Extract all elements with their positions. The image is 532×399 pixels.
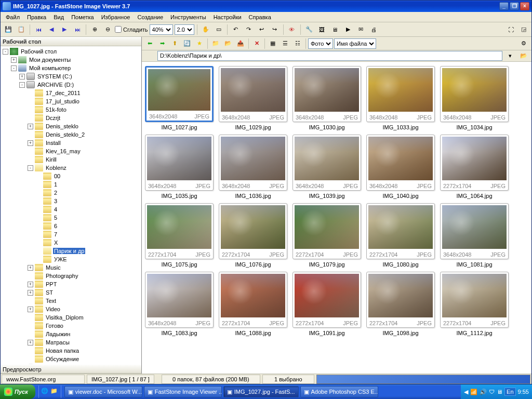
refresh-icon[interactable]: 🔄 xyxy=(181,38,193,49)
expand-icon[interactable]: - xyxy=(3,49,8,55)
back-icon[interactable]: ⬅ xyxy=(144,38,155,49)
tree-node[interactable]: 4 xyxy=(1,205,141,214)
zoom-in-icon[interactable]: ⊕ xyxy=(89,24,100,35)
thumbnail[interactable]: 3648x2048JPEGIMG_1040.jpg xyxy=(365,135,436,199)
zoom-out-icon[interactable]: ⊖ xyxy=(102,24,113,35)
delete-icon[interactable]: ✕ xyxy=(251,38,262,49)
network-icon[interactable]: 📶 xyxy=(470,389,477,395)
rotate-right-icon[interactable]: ↷ xyxy=(243,24,255,35)
expand-icon[interactable]: - xyxy=(19,82,25,88)
tree-node[interactable]: -Рабочий стол xyxy=(1,47,141,56)
category-select[interactable]: Фото xyxy=(308,38,333,49)
tree-node[interactable]: 3 xyxy=(1,197,141,205)
tray-icon[interactable]: ◀ xyxy=(464,389,468,395)
export-icon[interactable]: 📤 xyxy=(235,38,246,49)
thumbnail[interactable]: 3648x2048JPEGIMG_1033.jpg xyxy=(365,66,436,130)
taskbar-item[interactable]: ▣viewer.doc - Microsoft W... xyxy=(64,386,142,397)
thumbnail[interactable]: 3648x2048JPEGIMG_1081.jpg xyxy=(439,203,510,268)
system-tray[interactable]: ◀ 📶 🔊 🛡 🖥 En 9:55 xyxy=(461,384,532,399)
tree-node[interactable]: Text xyxy=(1,297,141,305)
expand-icon[interactable]: + xyxy=(28,282,33,287)
tree-node[interactable]: Denis_steklo_2 xyxy=(1,130,141,139)
tree-node[interactable]: +SYSTEM (C:) xyxy=(1,72,141,81)
menu-Правка[interactable]: Правка xyxy=(24,13,49,21)
close-button[interactable]: × xyxy=(520,2,529,10)
fav-icon[interactable]: ★ xyxy=(194,38,205,49)
tree-node[interactable]: +Мои документы xyxy=(1,56,141,64)
tree-node[interactable]: 1 xyxy=(1,180,141,189)
path-folder-icon[interactable] xyxy=(144,50,155,62)
thumbnail[interactable]: 2272x1704JPEGIMG_1076.jpg xyxy=(218,203,288,268)
tree-node[interactable]: Kirill xyxy=(1,155,141,164)
minimize-button[interactable]: _ xyxy=(499,2,509,10)
expand-icon[interactable]: + xyxy=(28,307,33,312)
clock[interactable]: 9:55 xyxy=(518,389,529,395)
expand-icon[interactable]: + xyxy=(28,124,33,129)
tree-node[interactable]: Готово xyxy=(1,322,141,330)
tree-node[interactable]: Kiev_16_may xyxy=(1,147,141,155)
up-icon[interactable]: ⬆ xyxy=(169,38,180,49)
menu-Избранное[interactable]: Избранное xyxy=(98,13,134,21)
folder-tree[interactable]: -Рабочий стол+Мои документы-Мой компьюте… xyxy=(1,46,141,364)
sort-select[interactable]: Имя файла xyxy=(334,38,376,49)
taskbar[interactable]: Пуск 🌐 📁 ▣viewer.doc - Microsoft W...▣Fa… xyxy=(0,384,532,399)
tree-node[interactable]: -Koblenz xyxy=(1,164,141,172)
move-to-icon[interactable]: 📂 xyxy=(222,38,234,49)
tree-node[interactable]: Visitka_Diplom xyxy=(1,313,141,322)
next-icon[interactable]: ▶ xyxy=(59,24,70,35)
first-icon[interactable]: ⏮ xyxy=(33,24,44,35)
tree-node[interactable]: X xyxy=(1,238,141,247)
print-icon[interactable]: 🖨 xyxy=(368,24,380,35)
view-icon[interactable]: 👁 xyxy=(286,24,298,35)
expand-icon[interactable]: + xyxy=(28,290,33,296)
menu-Справка[interactable]: Справка xyxy=(246,13,274,21)
tree-node[interactable]: Dczrjt xyxy=(1,114,141,122)
taskbar-item[interactable]: ▣Adobe Photoshop CS3 E... xyxy=(300,386,378,397)
expand-icon[interactable]: + xyxy=(28,140,33,146)
expand-icon[interactable]: + xyxy=(19,74,25,79)
settings-icon[interactable]: ⚙ xyxy=(518,38,529,49)
thumbnail[interactable]: 2272x1704JPEGIMG_1080.jpg xyxy=(365,203,436,268)
tree-node[interactable]: Ладыжин xyxy=(1,330,141,338)
prev-icon[interactable]: ◀ xyxy=(46,24,57,35)
copy-icon[interactable]: 📋 xyxy=(16,24,27,35)
list-icon[interactable]: ☰ xyxy=(280,38,291,49)
tree-node[interactable]: Париж и др xyxy=(1,247,141,255)
tree-node[interactable]: +Music xyxy=(1,263,141,272)
tree-node[interactable]: 6 xyxy=(1,222,141,230)
tree-node[interactable]: 00 xyxy=(1,172,141,180)
slideshow-icon[interactable]: ▶ xyxy=(342,24,354,35)
thumbnail[interactable]: 3648x2048JPEGIMG_1027.jpg xyxy=(144,66,215,130)
tree-node[interactable]: +Матрасы xyxy=(1,338,141,347)
path-dropdown-icon[interactable]: ▾ xyxy=(504,50,516,62)
thumbs-icon[interactable]: ▦ xyxy=(267,38,278,49)
thumbnail[interactable]: 2272x1704JPEGIMG_1088.jpg xyxy=(218,272,288,336)
tree-node[interactable]: Обсуждение xyxy=(1,355,141,363)
menu-Инструменты[interactable]: Инструменты xyxy=(167,13,209,21)
select-icon[interactable]: ▭ xyxy=(213,24,224,35)
tree-node[interactable]: -ARCHIVE (D:) xyxy=(1,81,141,89)
tree-node[interactable]: Новая папка xyxy=(1,347,141,355)
taskbar-item[interactable]: ▣FastStone Image Viewer ... xyxy=(144,386,222,397)
rotate-left-icon[interactable]: ↶ xyxy=(230,24,242,35)
hand-icon[interactable]: ✋ xyxy=(200,24,211,35)
last-icon[interactable]: ⏭ xyxy=(72,24,83,35)
tree-node[interactable]: +Denis_steklo xyxy=(1,122,141,130)
expand-icon[interactable]: + xyxy=(28,265,33,271)
zoom-select[interactable]: 40% xyxy=(150,24,173,35)
tree-node[interactable]: +Install xyxy=(1,139,141,147)
thumbnail[interactable]: 3648x2048JPEGIMG_1036.jpg xyxy=(218,135,288,199)
details-icon[interactable]: ☷ xyxy=(292,38,303,49)
zoom-step-select[interactable]: 2.0 xyxy=(175,24,194,35)
tree-node[interactable]: УЖЕ xyxy=(1,255,141,263)
shield-icon[interactable]: 🛡 xyxy=(489,389,495,395)
tree-node[interactable]: 17_jul_studio xyxy=(1,97,141,105)
folder-icon[interactable]: 📁 xyxy=(50,388,59,396)
tree-node[interactable]: +PPT xyxy=(1,280,141,288)
tool3-icon[interactable]: 🖥 xyxy=(329,24,341,35)
thumbnail[interactable]: 3648x2048JPEGIMG_1083.jpg xyxy=(144,272,215,336)
tree-node[interactable]: Photography xyxy=(1,272,141,280)
tree-node[interactable]: +ST xyxy=(1,288,141,297)
undo-icon[interactable]: ↩ xyxy=(256,24,268,35)
thumbnail[interactable]: 3648x2048JPEGIMG_1039.jpg xyxy=(291,135,362,199)
